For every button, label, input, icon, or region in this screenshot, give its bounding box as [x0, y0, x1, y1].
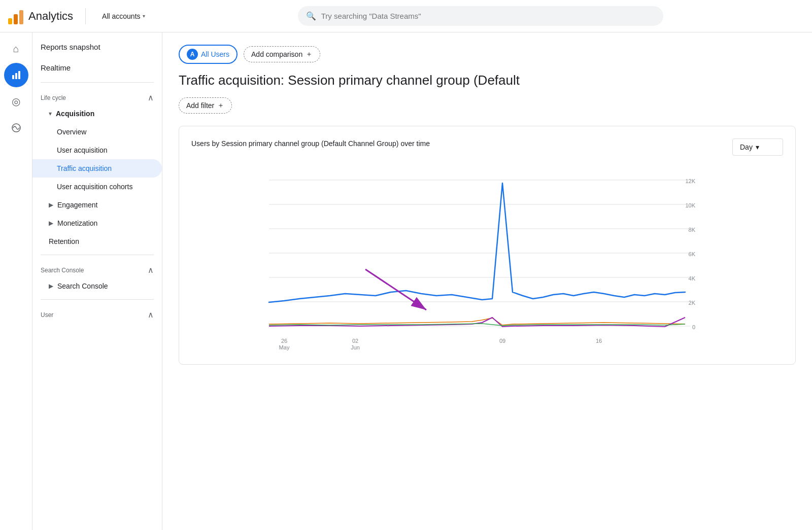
svg-rect-2 [18, 71, 20, 79]
sidebar-item-retention[interactable]: Retention [32, 232, 162, 251]
chart-area: 12K 10K 8K 6K 4K 2K 0 [191, 168, 783, 352]
chart-title: Users by Session primary channel group (… [191, 138, 430, 149]
sidebar-item-user-acquisition-cohorts[interactable]: User acquisition cohorts [32, 178, 162, 196]
nav-reports-button[interactable] [4, 63, 28, 87]
sidebar-divider-1 [41, 82, 154, 83]
lifecycle-expand-icon[interactable]: ∧ [148, 93, 154, 102]
svg-text:8K: 8K [689, 227, 696, 233]
search-console-label: Search Console [57, 282, 108, 290]
sidebar-item-search-console[interactable]: ▶ Search Console [32, 277, 162, 295]
sidebar-item-monetization[interactable]: ▶ Monetization [32, 214, 162, 232]
sidebar-item-acquisition[interactable]: ▾ Acquisition [32, 104, 162, 123]
add-filter-button[interactable]: Add filter ＋ [179, 97, 232, 114]
svg-text:09: 09 [499, 338, 505, 344]
search-bar: 🔍 [298, 6, 663, 26]
nav-advertising-button[interactable] [4, 116, 28, 140]
overview-label: Overview [57, 128, 86, 136]
user-acquisition-cohorts-label: User acquisition cohorts [57, 183, 132, 191]
all-users-segment-chip[interactable]: A All Users [179, 45, 238, 64]
logo-bar-1 [8, 18, 12, 24]
svg-text:02: 02 [352, 338, 358, 344]
all-accounts-label: All accounts [102, 12, 140, 20]
svg-rect-0 [12, 75, 14, 79]
day-dropdown[interactable]: Day ▾ [732, 138, 783, 156]
search-console-expand-icon[interactable]: ∧ [148, 265, 154, 275]
main-line [269, 183, 685, 302]
add-filter-label: Add filter [186, 101, 214, 110]
acquisition-expand-icon: ▾ [49, 110, 52, 117]
chart-container: Users by Session primary channel group (… [179, 126, 796, 365]
sidebar-divider-3 [41, 299, 154, 300]
user-acquisition-label: User acquisition [57, 146, 108, 154]
chevron-down-icon: ▾ [143, 13, 145, 19]
sidebar-item-traffic-acquisition[interactable]: Traffic acquisition [32, 159, 162, 178]
logo-area: Analytics [8, 8, 73, 24]
realtime-label: Realtime [41, 63, 71, 72]
lifecycle-section-header: Life cycle ∧ [32, 87, 162, 104]
logo-icon [8, 8, 23, 24]
filters-row: A All Users Add comparison ＋ [179, 45, 796, 64]
svg-text:Jun: Jun [351, 344, 360, 350]
engagement-label: Engagement [57, 201, 97, 209]
sidebar-item-user-acquisition[interactable]: User acquisition [32, 141, 162, 159]
segment-letter: A [190, 51, 195, 58]
segment-label: All Users [201, 50, 229, 58]
user-section-title: User [41, 311, 53, 319]
svg-text:4K: 4K [689, 275, 696, 281]
lifecycle-title: Life cycle [41, 94, 66, 101]
header-divider [85, 8, 86, 24]
logo-bar-3 [19, 10, 23, 24]
sidebar-divider-2 [41, 255, 154, 255]
engagement-expand-icon: ▶ [49, 201, 53, 208]
svg-rect-1 [15, 73, 17, 79]
main-content: A All Users Add comparison ＋ Traffic acq… [162, 32, 812, 530]
add-comparison-label: Add comparison [251, 50, 302, 58]
search-console-section-header: Search Console ∧ [32, 259, 162, 277]
svg-text:2K: 2K [689, 300, 696, 306]
all-accounts-button[interactable]: All accounts ▾ [98, 10, 149, 22]
app-name: Analytics [28, 10, 73, 23]
annotation-arrow [365, 269, 426, 310]
retention-label: Retention [49, 237, 79, 245]
svg-text:0: 0 [692, 324, 695, 330]
sidebar-item-realtime[interactable]: Realtime [32, 57, 162, 78]
search-icon: 🔍 [306, 11, 316, 21]
search-input[interactable] [321, 12, 655, 20]
svg-text:12K: 12K [685, 178, 695, 184]
day-label: Day [740, 143, 753, 151]
app-header: Analytics All accounts ▾ 🔍 [0, 0, 812, 32]
add-comparison-button[interactable]: Add comparison ＋ [244, 46, 320, 62]
search-input-wrap: 🔍 [298, 6, 663, 26]
reports-snapshot-label: Reports snapshot [41, 43, 100, 51]
chart-header: Users by Session primary channel group (… [191, 138, 783, 156]
user-section-header: User ∧ [32, 304, 162, 322]
traffic-acquisition-label: Traffic acquisition [57, 164, 112, 172]
nav-explore-button[interactable]: ◎ [4, 89, 28, 114]
svg-text:16: 16 [596, 338, 602, 344]
svg-text:May: May [279, 344, 290, 350]
chart-svg: 12K 10K 8K 6K 4K 2K 0 [191, 168, 783, 350]
monetization-label: Monetization [57, 219, 97, 227]
acquisition-label: Acquisition [56, 110, 94, 118]
search-console-item-expand-icon: ▶ [49, 282, 53, 290]
svg-text:10K: 10K [685, 202, 695, 208]
nav-home-button[interactable]: ⌂ [4, 37, 28, 61]
page-title: Traffic acquisition: Session primary cha… [179, 72, 796, 89]
sidebar-item-reports-snapshot[interactable]: Reports snapshot [32, 37, 162, 57]
svg-text:26: 26 [281, 338, 287, 344]
add-filter-plus-icon: ＋ [217, 101, 224, 110]
icon-bar: ⌂ ◎ [0, 32, 32, 530]
sidebar-item-engagement[interactable]: ▶ Engagement [32, 196, 162, 214]
logo-bar-2 [14, 14, 18, 24]
monetization-expand-icon: ▶ [49, 220, 53, 227]
day-dropdown-chevron-icon: ▾ [756, 143, 759, 151]
main-layout: ⌂ ◎ Reports snapshot Realtime Life cyc [0, 32, 812, 530]
search-console-section-title: Search Console [41, 267, 84, 274]
segment-badge: A [187, 49, 198, 60]
sidebar: Reports snapshot Realtime Life cycle ∧ ▾… [32, 32, 162, 530]
user-expand-icon[interactable]: ∧ [148, 310, 154, 320]
add-comparison-plus-icon: ＋ [306, 50, 313, 59]
sidebar-item-overview[interactable]: Overview [32, 123, 162, 141]
svg-text:6K: 6K [689, 251, 696, 257]
